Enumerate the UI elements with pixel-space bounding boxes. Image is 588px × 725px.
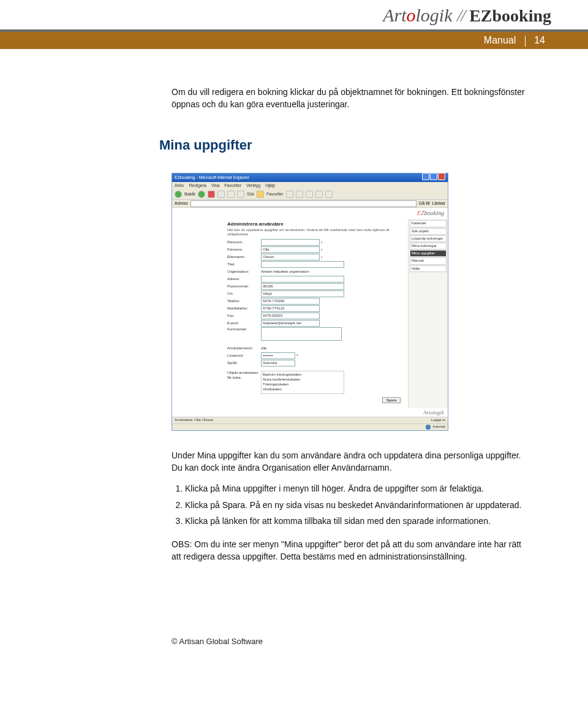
browser-toolbar: Bakåt Sök Favoriter (172, 189, 448, 200)
efternamn-field[interactable]: Olsson (261, 254, 320, 260)
address-label: Adress (175, 201, 188, 206)
mobiltelefon-field[interactable]: 0739-774110 (261, 305, 320, 312)
list-item: Badrum träningslokalen (263, 373, 342, 378)
sidebar-item-manual[interactable]: Manual (410, 257, 447, 264)
forward-icon[interactable] (198, 191, 205, 198)
search-icon[interactable] (237, 191, 244, 198)
sidebar-item-lopande[interactable]: Löpande bokningar (410, 235, 447, 242)
tool-icon[interactable] (306, 191, 313, 198)
logo-ezbooking: EZbooking (469, 6, 551, 25)
links-label[interactable]: Länkar (432, 201, 445, 206)
stop-icon[interactable] (208, 191, 215, 198)
back-icon[interactable] (175, 191, 182, 198)
status-zone: Internet (433, 425, 445, 430)
home-icon[interactable] (227, 191, 235, 198)
fax-label: Fax: (227, 314, 261, 318)
sidebar-item-mina-bokningar[interactable]: Mina bokningar (410, 243, 447, 249)
tool-icon[interactable] (286, 191, 293, 198)
brand-logo: Artologik // EZbooking (383, 5, 551, 26)
personnr-field[interactable] (261, 239, 320, 246)
adress-label: Adress: (227, 277, 261, 281)
adress-field[interactable] (261, 276, 344, 283)
obs-paragraph: OBS: Om du inte ser menyn "Mina uppgifte… (172, 538, 527, 563)
sidebar-item-mina-uppgifter[interactable]: Mina uppgifter (410, 250, 447, 257)
app-footer-logo: Artologik (172, 408, 448, 417)
address-bar: Adress Gå till Länkar (172, 200, 448, 208)
kommentar-field[interactable] (261, 327, 342, 341)
header-bar: Manual 14 (0, 32, 588, 49)
list-item: Viridlokalen (263, 387, 342, 392)
mobiltelefon-label: Mobiltelefon: (227, 306, 261, 311)
menu-item[interactable]: Verktyg (246, 183, 260, 188)
menu-item[interactable]: Favoriter (224, 183, 241, 188)
anvandarnamn-value: olle (261, 346, 266, 351)
search-label: Sök (247, 192, 254, 197)
sprak-label: Språk: (227, 361, 261, 365)
page-content: Om du vill redigera en bokning klickar d… (0, 49, 588, 563)
logo-text-o: o (406, 5, 415, 25)
form-area: Administrera användare Här kan du uppdat… (172, 219, 408, 408)
go-button[interactable]: Gå till (419, 201, 430, 206)
required-icon: › (321, 248, 322, 252)
telefon-field[interactable]: 0470-770280 (261, 298, 320, 305)
sprak-select[interactable]: Svenska (261, 360, 295, 366)
back-label: Bakåt (184, 192, 195, 197)
organisation-value: Artisan helpdesk organisation (261, 270, 309, 274)
sidebar-item-hjalp[interactable]: Hjälp (410, 265, 447, 272)
browser-menu[interactable]: Arkiv Redigera Visa Favoriter Verktyg Hj… (172, 182, 448, 189)
required-icon: * (296, 354, 298, 359)
status-user: Användare: Olle Olsson (175, 418, 213, 422)
tool-icon[interactable] (325, 191, 333, 198)
kommentar-label: Kommentar: (227, 327, 261, 332)
epost-field[interactable]: helpdesk@artologik.net (261, 320, 320, 327)
titel-label: Titel: (227, 262, 261, 267)
tool-icon[interactable] (315, 191, 323, 198)
fax-field[interactable]: 0470-82020 (261, 313, 320, 319)
losenord-field[interactable]: •••••••• (261, 352, 295, 359)
form-heading: Administrera användare (227, 221, 404, 227)
telefon-label: Telefon: (227, 299, 261, 303)
ort-label: Ort: (227, 292, 261, 296)
epost-label: E-post: (227, 321, 261, 325)
logout-link[interactable]: Logga ut (431, 418, 445, 422)
window-title: EZbooking - Microsoft Internet Explorer (175, 173, 249, 182)
objects-label: Objekt användaren får boka: (227, 371, 261, 379)
side-menu: Kalender Sök objekt Löpande bokningar Mi… (408, 219, 448, 408)
list-item: Träningslokalen (263, 382, 342, 387)
menu-item[interactable]: Hjälp (265, 183, 275, 188)
window-buttons[interactable] (421, 173, 445, 183)
anvandarnamn-label: Användarnamn: (227, 346, 261, 351)
sidebar-item-sok-objekt[interactable]: Sök objekt (410, 228, 447, 235)
minimize-icon[interactable] (422, 173, 429, 180)
app-status-bar: Användare: Olle Olsson Logga ut (172, 417, 448, 423)
favorites-icon[interactable] (257, 191, 264, 198)
tool-icon[interactable] (296, 191, 303, 198)
steps-list: Klicka på Mina uppgifter i menyn till hö… (174, 482, 527, 527)
close-icon[interactable] (438, 173, 445, 180)
required-icon: › (321, 255, 322, 260)
ort-field[interactable]: Växjö (261, 290, 344, 297)
section-heading: Mina uppgifter (159, 135, 527, 155)
address-input[interactable] (190, 200, 417, 207)
fornamn-label: Förnamn: (227, 248, 261, 252)
titel-field[interactable] (261, 261, 344, 268)
page-body: EZbooking Administrera användare Här kan… (172, 208, 448, 423)
refresh-icon[interactable] (217, 191, 225, 198)
form-subtitle: Här kan du uppdatera uppgifter om använd… (227, 228, 404, 237)
page-footer: © Artisan Global Software (0, 624, 588, 664)
intro-paragraph: Om du vill redigera en bokning klickar d… (172, 86, 527, 111)
save-button[interactable]: Spara (382, 397, 401, 403)
menu-item[interactable]: Visa (211, 183, 220, 188)
sidebar-item-kalender[interactable]: Kalender (410, 220, 447, 227)
fornamn-field[interactable]: Olle (261, 246, 320, 253)
logo-slashes: // (457, 5, 465, 25)
window-titlebar: EZbooking - Microsoft Internet Explorer (172, 173, 448, 182)
menu-item[interactable]: Arkiv (175, 183, 184, 188)
efternamn-label: Efternamn: (227, 255, 261, 259)
menu-item[interactable]: Redigera (189, 183, 206, 188)
embedded-screenshot: EZbooking - Microsoft Internet Explorer … (172, 173, 448, 430)
postnummer-field[interactable]: 35196 (261, 283, 344, 290)
maximize-icon[interactable] (430, 173, 437, 180)
favorites-label: Favoriter (266, 192, 284, 197)
logo-bar: Artologik // EZbooking (0, 0, 588, 26)
